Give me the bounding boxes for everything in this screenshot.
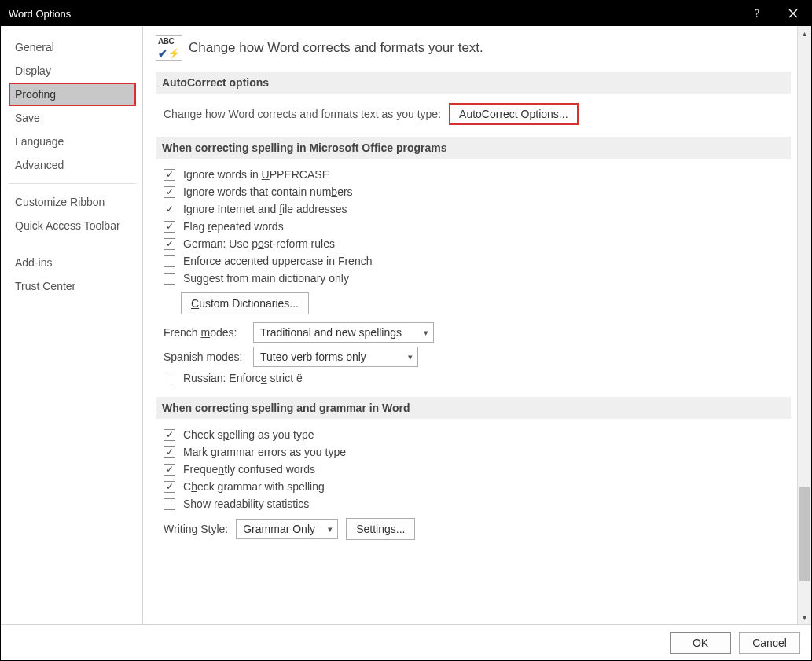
sidebar-item-trust-center[interactable]: Trust Center bbox=[9, 274, 136, 298]
label-check-spelling-type: Check spelling as you type bbox=[183, 428, 314, 441]
label-freq-confused: Frequently confused words bbox=[183, 463, 315, 476]
checkbox-french-accent[interactable] bbox=[164, 255, 175, 267]
french-modes-select[interactable]: Traditional and new spellings bbox=[253, 322, 434, 343]
sidebar-item-add-ins[interactable]: Add-ins bbox=[9, 251, 136, 274]
french-modes-label: French modes: bbox=[164, 326, 245, 339]
scroll-track[interactable] bbox=[798, 40, 811, 610]
section-word-spelling-title: When correcting spelling and grammar in … bbox=[156, 397, 791, 419]
spanish-modes-label: Spanish modes: bbox=[164, 351, 245, 363]
proofing-icon: ABC✔⚡ bbox=[156, 35, 182, 61]
sidebar-item-proofing[interactable]: Proofing bbox=[9, 83, 136, 106]
sidebar-item-display[interactable]: Display bbox=[9, 59, 136, 83]
writing-style-select[interactable]: Grammar Only bbox=[236, 519, 338, 539]
ok-button[interactable]: OK bbox=[670, 632, 731, 654]
checkbox-flag-repeated[interactable] bbox=[164, 221, 175, 233]
scroll-down-icon[interactable]: ▾ bbox=[798, 610, 811, 624]
label-ignore-numbers: Ignore words that contain numbers bbox=[183, 185, 353, 198]
checkbox-check-spelling-type[interactable] bbox=[164, 429, 175, 441]
svg-text:?: ? bbox=[755, 8, 759, 19]
section-autocorrect-title: AutoCorrect options bbox=[156, 72, 791, 94]
autocorrect-desc: Change how Word corrects and formats tex… bbox=[164, 108, 441, 120]
scroll-thumb[interactable] bbox=[799, 487, 810, 581]
label-german-reform: German: Use post-reform rules bbox=[183, 237, 335, 250]
settings-button[interactable]: Settings... bbox=[346, 518, 415, 540]
dialog-footer: OK Cancel bbox=[1, 624, 811, 660]
word-options-dialog: Word Options ? General Display Proofing … bbox=[0, 0, 812, 661]
label-mark-grammar: Mark grammar errors as you type bbox=[183, 446, 346, 458]
label-ignore-uppercase: Ignore words in UPPERCASE bbox=[183, 168, 329, 181]
page-title: Change how Word corrects and formats you… bbox=[189, 40, 483, 56]
label-russian-strict: Russian: Enforce strict ё bbox=[183, 372, 303, 384]
sidebar-item-advanced[interactable]: Advanced bbox=[9, 153, 136, 177]
checkbox-german-reform[interactable] bbox=[164, 238, 175, 250]
checkbox-freq-confused[interactable] bbox=[164, 464, 175, 476]
checkbox-readability[interactable] bbox=[164, 498, 175, 510]
checkbox-russian-strict[interactable] bbox=[164, 373, 175, 384]
scroll-up-icon[interactable]: ▴ bbox=[798, 26, 811, 40]
help-button[interactable]: ? bbox=[739, 1, 775, 26]
close-icon bbox=[788, 9, 798, 18]
scrollbar[interactable]: ▴ ▾ bbox=[797, 26, 811, 624]
label-french-accent: Enforce accented uppercase in French bbox=[183, 255, 372, 267]
autocorrect-options-button[interactable]: AutoCorrect Options... bbox=[449, 103, 579, 125]
sidebar-item-customize-ribbon[interactable]: Customize Ribbon bbox=[9, 190, 136, 214]
cancel-button[interactable]: Cancel bbox=[739, 632, 800, 654]
label-flag-repeated: Flag repeated words bbox=[183, 220, 284, 233]
label-check-grammar-spelling: Check grammar with spelling bbox=[183, 480, 325, 493]
main-panel: ABC✔⚡ Change how Word corrects and forma… bbox=[143, 26, 797, 624]
spanish-modes-select[interactable]: Tuteo verb forms only bbox=[253, 347, 418, 367]
window-title: Word Options bbox=[9, 8, 71, 20]
label-main-dict: Suggest from main dictionary only bbox=[183, 272, 349, 285]
custom-dictionaries-button[interactable]: Custom Dictionaries... bbox=[181, 292, 309, 314]
label-readability: Show readability statistics bbox=[183, 498, 309, 510]
checkbox-ignore-numbers[interactable] bbox=[164, 186, 175, 198]
checkbox-mark-grammar[interactable] bbox=[164, 446, 175, 458]
checkbox-check-grammar-spelling[interactable] bbox=[164, 481, 175, 493]
close-button[interactable] bbox=[775, 1, 811, 26]
help-icon: ? bbox=[751, 8, 762, 19]
label-ignore-internet: Ignore Internet and file addresses bbox=[183, 203, 347, 215]
sidebar-item-quick-access-toolbar[interactable]: Quick Access Toolbar bbox=[9, 214, 136, 237]
checkbox-ignore-uppercase[interactable] bbox=[164, 169, 175, 181]
sidebar-item-general[interactable]: General bbox=[9, 35, 136, 59]
checkbox-main-dict[interactable] bbox=[164, 273, 175, 285]
writing-style-label: Writing Style: bbox=[164, 523, 228, 535]
section-office-spelling-title: When correcting spelling in Microsoft Of… bbox=[156, 137, 791, 159]
titlebar: Word Options ? bbox=[1, 1, 811, 26]
sidebar: General Display Proofing Save Language A… bbox=[1, 26, 142, 624]
checkbox-ignore-internet[interactable] bbox=[164, 204, 175, 215]
sidebar-item-language[interactable]: Language bbox=[9, 130, 136, 153]
sidebar-item-save[interactable]: Save bbox=[9, 106, 136, 130]
